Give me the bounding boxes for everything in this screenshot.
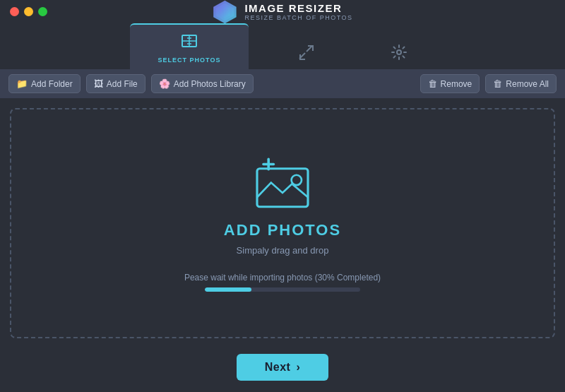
tab-select-photos-label: SELECT PHOTOS (158, 57, 221, 64)
remove-all-icon: 🗑 (493, 78, 502, 89)
progress-bar-fill (205, 287, 251, 292)
next-arrow-icon: › (296, 361, 300, 374)
toolbar-right: 🗑 Remove 🗑 Remove All (420, 74, 557, 93)
app-title-sub: RESIZE BATCH OF PHOTOS (244, 14, 352, 21)
progress-section: Pease wait while importing photos (30% C… (184, 273, 381, 292)
remove-button[interactable]: 🗑 Remove (420, 74, 480, 93)
add-photo-icon (251, 155, 314, 211)
file-icon: 🖼 (94, 78, 103, 89)
photos-icon: 🌸 (159, 78, 170, 89)
progress-bar-background (205, 287, 360, 292)
settings-icon (391, 44, 407, 64)
app-title-main: IMAGE RESIZER (244, 2, 352, 14)
tab-bar: SELECT PHOTOS (0, 23, 565, 69)
close-button[interactable] (10, 7, 19, 16)
tab-settings[interactable] (363, 36, 435, 69)
remove-all-button[interactable]: 🗑 Remove All (485, 74, 557, 93)
minimize-button[interactable] (24, 7, 33, 16)
next-button[interactable]: Next › (237, 354, 329, 381)
resize-icon (298, 44, 314, 64)
add-folder-button[interactable]: 📁 Add Folder (8, 74, 81, 93)
add-folder-label: Add Folder (31, 79, 73, 89)
add-file-label: Add File (107, 79, 138, 89)
select-photos-icon (181, 33, 198, 53)
add-photos-subtitle: Simpaly drag and drop (237, 245, 329, 256)
remove-icon: 🗑 (428, 78, 437, 89)
app-title-area: IMAGE RESIZER RESIZE BATCH OF PHOTOS (212, 0, 352, 25)
toolbar: 📁 Add Folder 🖼 Add File 🌸 Add Photos Lib… (0, 69, 565, 98)
bottom-bar: Next › (0, 345, 565, 392)
add-file-button[interactable]: 🖼 Add File (86, 74, 145, 93)
svg-rect-13 (257, 169, 308, 207)
svg-point-14 (292, 175, 302, 185)
app-title-text: IMAGE RESIZER RESIZE BATCH OF PHOTOS (244, 2, 352, 21)
svg-line-9 (307, 46, 312, 52)
next-label: Next (265, 361, 291, 374)
tab-resize[interactable] (270, 36, 342, 69)
svg-point-10 (397, 50, 401, 54)
tab-select-photos[interactable]: SELECT PHOTOS (130, 23, 249, 69)
add-library-button[interactable]: 🌸 Add Photos Library (151, 74, 254, 93)
remove-label: Remove (441, 79, 472, 89)
traffic-lights (10, 7, 47, 16)
drop-zone-container: ADD PHOTOS Simpaly drag and drop Pease w… (0, 98, 565, 345)
progress-label: Pease wait while importing photos (30% C… (184, 273, 381, 283)
title-bar: IMAGE RESIZER RESIZE BATCH OF PHOTOS (0, 0, 565, 20)
add-library-label: Add Photos Library (174, 79, 246, 89)
add-photos-title: ADD PHOTOS (224, 221, 341, 239)
maximize-button[interactable] (38, 7, 47, 16)
drop-zone[interactable]: ADD PHOTOS Simpaly drag and drop Pease w… (10, 108, 555, 338)
app-logo-icon (212, 0, 237, 25)
remove-all-label: Remove All (506, 79, 549, 89)
folder-icon: 📁 (16, 78, 28, 89)
